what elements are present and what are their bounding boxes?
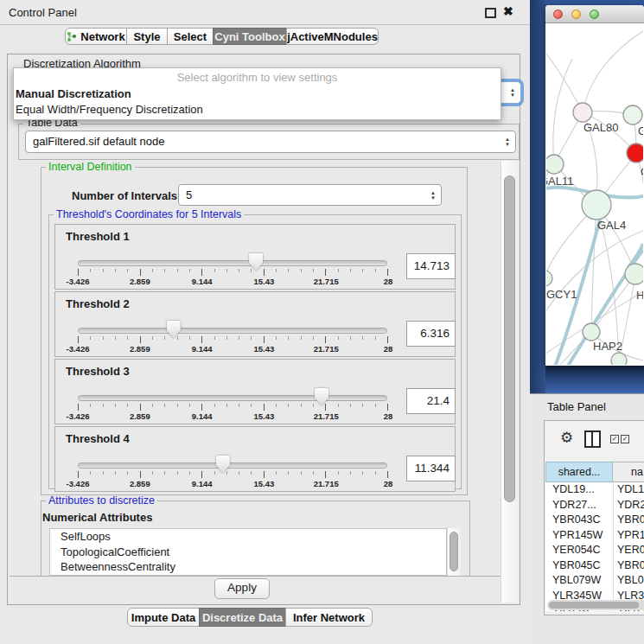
close-icon[interactable]: ✖ (503, 4, 513, 18)
threshold-panels: Threshold 1 -3.4262.8599.14415.4321.7152… (54, 224, 456, 494)
network-node[interactable] (583, 323, 600, 341)
table-row[interactable]: YBR043CYBR04 (545, 513, 644, 528)
network-node[interactable] (573, 103, 592, 122)
threshold-value-field[interactable]: 11.344 (406, 456, 456, 481)
zoom-window-button[interactable] (590, 10, 599, 19)
node-table: ⚙ ✓ ✓ shared... na YDL19...YDL19YDR27...… (544, 420, 644, 615)
threshold-value-field[interactable]: 6.316 (406, 321, 456, 347)
control-panel-titlebar (0, 0, 530, 25)
network-edge[interactable] (591, 205, 596, 332)
list-item[interactable]: TopologicalCoefficient (50, 545, 446, 560)
panel-scrollbar-thumb[interactable] (504, 175, 515, 502)
cell-shared-name: YER054C (552, 543, 601, 558)
network-node[interactable] (627, 143, 643, 163)
table-row[interactable]: YDR27...YDR27 (545, 498, 644, 513)
tick-label: -3.426 (67, 479, 90, 488)
network-node[interactable] (611, 353, 627, 365)
table-row[interactable]: YPR145WYPR14 (545, 528, 644, 544)
tick-label: 9.144 (192, 411, 213, 421)
list-scrollbar[interactable] (447, 528, 461, 576)
slider-ticks (78, 404, 388, 411)
desktop-left-edge (530, 0, 545, 393)
list-item[interactable]: BetweennessCentrality (50, 559, 446, 575)
tab-discretize-data[interactable]: Discretize Data (199, 608, 286, 627)
dropdown-item-manual-discretization[interactable]: Manual Discretization (14, 86, 502, 102)
column-header-shared[interactable]: shared... (545, 462, 613, 482)
threshold-label: Threshold 4 (66, 432, 130, 445)
cell-shared-name: YBR045C (552, 558, 601, 574)
network-canvas[interactable]: GAL80GACGAL11GAL4GCY1HHAP2 (546, 24, 643, 365)
cell-shared-name: YDR27... (552, 498, 596, 513)
table-row[interactable]: YER054CYER05 (545, 543, 644, 558)
panel-scrollbar[interactable] (501, 161, 519, 603)
split-columns-icon[interactable] (584, 430, 601, 448)
network-node[interactable] (546, 155, 564, 174)
number-of-intervals-label: Number of Intervals (72, 189, 177, 202)
tick-label: 28 (384, 479, 393, 488)
cell-shared-name: YDL19... (552, 482, 595, 498)
network-node[interactable] (582, 190, 611, 220)
close-window-button[interactable] (553, 10, 563, 19)
checkbox-icon: ✓ (621, 435, 629, 443)
tab-network[interactable]: Network (65, 28, 127, 45)
tab-jactive-label: jActiveMNodules (287, 30, 378, 43)
tick-label: 15.43 (254, 277, 275, 286)
table-row[interactable]: YBL079WYBL07 (545, 573, 644, 589)
network-window-titlebar[interactable] (545, 5, 644, 23)
tick-label: 28 (384, 344, 393, 354)
threshold-slider-track[interactable] (78, 395, 387, 401)
network-node[interactable] (546, 271, 552, 286)
dropdown-item-equal-width[interactable]: Equal Width/Frequency Discretization (14, 101, 502, 118)
numerical-attributes-label: Numerical Attributes (42, 511, 152, 524)
network-edge[interactable] (546, 48, 583, 112)
select-columns-icon[interactable]: ✓ ✓ (610, 435, 629, 443)
apply-button[interactable]: Apply (214, 578, 270, 599)
table-hscrollbar-thumb[interactable] (549, 602, 639, 609)
tab-impute-data[interactable]: Impute Data (127, 608, 200, 627)
table-row[interactable]: YBR045CYBR04 (545, 558, 644, 574)
cell-shared-name: YBL079W (552, 573, 601, 589)
minimize-window-button[interactable] (571, 10, 581, 19)
threshold-slider-track[interactable] (78, 328, 387, 334)
network-node[interactable] (625, 264, 643, 284)
threshold-slider-thumb[interactable] (216, 456, 230, 473)
column-header-name[interactable]: na (613, 462, 644, 482)
number-of-intervals-combobox[interactable]: 5 ▲▼ (178, 184, 442, 206)
tab-style[interactable]: Style (126, 28, 168, 45)
table-row[interactable]: YDL19...YDL19 (545, 482, 644, 498)
threshold-slider-thumb[interactable] (167, 321, 181, 338)
slider-ticks (78, 336, 388, 343)
threshold-label: Threshold 3 (66, 365, 130, 378)
float-window-icon[interactable] (485, 8, 496, 18)
table-hscrollbar[interactable] (547, 600, 644, 610)
table-data-combobox[interactable]: galFiltered.sif default node ▲▼ (25, 131, 516, 153)
tick-label: 2.859 (130, 411, 150, 421)
threshold-value-field[interactable]: 21.4 (406, 388, 456, 414)
tab-select[interactable]: Select (167, 28, 214, 45)
tick-label: 9.144 (192, 479, 213, 488)
checkbox-icon: ✓ (610, 435, 619, 443)
network-node[interactable] (623, 105, 642, 124)
cell-name: YBR04 (617, 558, 644, 574)
node-label: GAL80 (583, 121, 618, 134)
list-scrollbar-thumb[interactable] (450, 532, 458, 571)
list-item[interactable]: SelfLoops (50, 529, 446, 545)
network-edge[interactable] (583, 31, 643, 112)
threshold-value-field[interactable]: 14.713 (406, 253, 456, 279)
tab-infer-network[interactable]: Infer Network (285, 608, 373, 627)
threshold-slider-thumb[interactable] (249, 253, 263, 271)
tick-label: 2.859 (130, 277, 150, 286)
tab-impute-label: Impute Data (131, 611, 195, 624)
threshold-slider-track[interactable] (78, 260, 387, 266)
threshold-slider-thumb[interactable] (315, 388, 328, 405)
tab-cyni-toolbox[interactable]: Cyni Toolbox (213, 28, 287, 45)
slider-tick-labels: -3.4262.8599.14415.4321.71528 (78, 479, 388, 489)
cell-shared-name: YBR043C (552, 513, 601, 528)
tab-jactivemnodules[interactable]: jActiveMNodules (286, 28, 379, 45)
tick-label: 28 (384, 277, 393, 286)
settings-gear-icon[interactable]: ⚙ (560, 429, 573, 447)
threshold-slider-track[interactable] (78, 462, 387, 469)
threshold-panel: Threshold 2 -3.4262.8599.14415.4321.7152… (54, 291, 456, 357)
threshold-panel: Threshold 1 -3.4262.8599.14415.4321.7152… (54, 224, 456, 290)
dropdown-prompt-item[interactable]: Select algorithm to view settings (14, 69, 501, 86)
